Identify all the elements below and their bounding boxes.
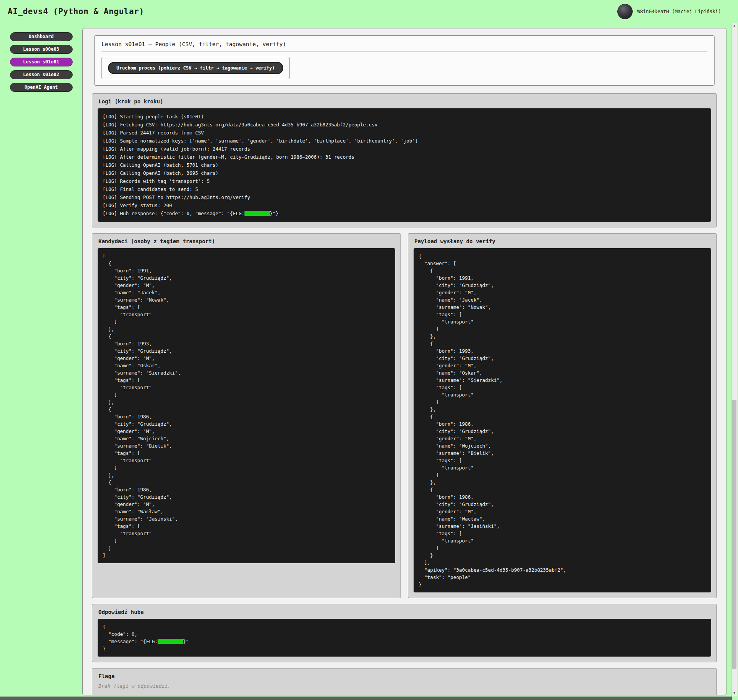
log-flag-line-prefix: [LOG] Hub response: {"code": 0, "message…	[103, 211, 244, 216]
sidebar-item-lesson-s01e01[interactable]: Lesson s01e01	[10, 58, 73, 66]
sidebar: Dashboard Lesson s00e03 Lesson s01e01 Le…	[0, 23, 82, 96]
sidebar-item-lesson-s00e03[interactable]: Lesson s00e03	[10, 45, 73, 54]
payload-heading: Payload wysłany do verify	[414, 238, 711, 244]
flag-empty-text: Brak flagi w odpowiedzi.	[98, 683, 710, 689]
sidebar-item-dashboard[interactable]: Dashboard	[10, 32, 73, 41]
scrollbar-up-arrow-icon[interactable]: ▲	[732, 23, 737, 28]
logs-heading: Logi (krok po kroku)	[98, 98, 711, 105]
user-name: W8inG4DeatH (Maciej Lipiński)	[637, 8, 721, 14]
sidebar-item-openai-agent[interactable]: OpenAI Agent	[10, 83, 73, 92]
candidates-heading: Kandydaci (osoby z tagiem transport)	[98, 238, 395, 244]
flag-heading: Flaga	[98, 673, 711, 679]
scrollbar-thumb[interactable]	[732, 400, 736, 669]
main-content: Lesson s01e01 – People (CSV, filter, tag…	[82, 28, 726, 695]
flag-redaction	[158, 639, 183, 644]
payload-json: { "answer": [ { "born": 1991, "city": "G…	[414, 248, 711, 592]
payload-panel: Payload wysłany do verify { "answer": [ …	[408, 233, 717, 598]
log-lines: [LOG] Starting people task (s01e01) [LOG…	[103, 114, 418, 208]
hub-response-before: { "code": 0, "message": "{FLG:	[103, 624, 158, 644]
log-output: [LOG] Starting people task (s01e01) [LOG…	[98, 108, 711, 222]
hub-response-json: { "code": 0, "message": "{FLG:}" }	[98, 619, 711, 657]
app-header: AI_devs4 (Python & Angular) W8inG4DeatH …	[0, 0, 738, 23]
run-process-button[interactable]: Uruchom proces (pobierz CSV → filtr → ta…	[108, 62, 283, 74]
hub-response-heading: Odpowiedź huba	[98, 609, 711, 615]
flag-redaction	[244, 211, 270, 216]
window-bottom-edge	[0, 697, 732, 700]
avatar[interactable]	[617, 4, 633, 19]
candidates-json: [ { "born": 1991, "city": "Grudziądz", "…	[98, 248, 395, 563]
app-title: AI_devs4 (Python & Angular)	[8, 7, 144, 16]
hub-response-panel: Odpowiedź huba { "code": 0, "message": "…	[92, 604, 717, 662]
logs-panel: Logi (krok po kroku) [LOG] Starting peop…	[92, 93, 717, 227]
lesson-title: Lesson s01e01 – People (CSV, filter, tag…	[101, 41, 707, 52]
scrollbar[interactable]: ▲ ▼	[731, 23, 737, 696]
results-columns: Kandydaci (osoby z tagiem transport) [ {…	[92, 233, 717, 598]
run-button-box: Uruchom proces (pobierz CSV → filtr → ta…	[101, 57, 290, 79]
sidebar-item-lesson-s01e02[interactable]: Lesson s01e02	[10, 70, 73, 79]
scrollbar-down-arrow-icon[interactable]: ▼	[732, 690, 737, 696]
user-chip: W8inG4DeatH (Maciej Lipiński)	[617, 4, 728, 19]
flag-panel: Flaga Brak flagi w odpowiedzi.	[92, 668, 717, 695]
lesson-panel: Lesson s01e01 – People (CSV, filter, tag…	[94, 35, 715, 86]
log-flag-line-suffix: }"}	[270, 211, 279, 216]
page-body: Dashboard Lesson s00e03 Lesson s01e01 Le…	[0, 23, 738, 700]
candidates-panel: Kandydaci (osoby z tagiem transport) [ {…	[92, 233, 401, 598]
